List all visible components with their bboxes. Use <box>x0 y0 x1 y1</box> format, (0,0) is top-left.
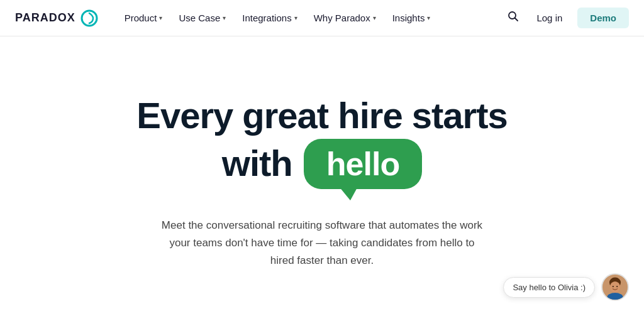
headline-with-text: with <box>222 143 292 184</box>
avatar[interactable] <box>601 273 629 301</box>
chevron-down-icon: ▾ <box>427 14 430 21</box>
logo-text: PARADOX <box>15 11 75 25</box>
nav-item-product[interactable]: Product ▾ <box>118 9 169 27</box>
login-button[interactable]: Log in <box>531 9 567 27</box>
chevron-down-icon: ▾ <box>294 14 297 21</box>
nav-item-use-case[interactable]: Use Case ▾ <box>172 9 232 27</box>
avatar-image <box>602 273 628 301</box>
hero-headline: Every great hire starts with hello <box>136 95 508 189</box>
search-icon <box>508 11 519 22</box>
chevron-down-icon: ▾ <box>373 14 376 21</box>
demo-button[interactable]: Demo <box>577 8 629 28</box>
chevron-down-icon: ▾ <box>223 14 226 21</box>
chevron-down-icon: ▾ <box>159 14 162 21</box>
svg-line-2 <box>515 18 518 21</box>
logo-link[interactable]: PARADOX <box>15 9 98 27</box>
search-button[interactable] <box>505 8 521 28</box>
headline-line2: with hello <box>136 139 508 189</box>
nav-item-insights[interactable]: Insights ▾ <box>386 9 437 27</box>
svg-point-5 <box>610 281 620 293</box>
nav-actions: Log in Demo <box>505 8 629 28</box>
chat-widget[interactable]: Say hello to Olivia :) <box>503 273 629 301</box>
navbar: PARADOX Product ▾ Use Case ▾ Integration… <box>0 0 644 36</box>
chat-label: Say hello to Olivia :) <box>503 277 595 298</box>
svg-point-6 <box>613 286 614 287</box>
headline-line1: Every great hire starts <box>136 95 508 136</box>
hello-bubble: hello <box>304 139 422 189</box>
nav-item-integrations[interactable]: Integrations ▾ <box>236 9 303 27</box>
nav-links: Product ▾ Use Case ▾ Integrations ▾ Why … <box>118 9 506 27</box>
hero-subtext: Meet the conversational recruiting softw… <box>158 217 486 270</box>
nav-item-why-paradox[interactable]: Why Paradox ▾ <box>308 9 382 27</box>
logo-circle-icon <box>80 9 98 27</box>
svg-point-7 <box>616 286 618 287</box>
